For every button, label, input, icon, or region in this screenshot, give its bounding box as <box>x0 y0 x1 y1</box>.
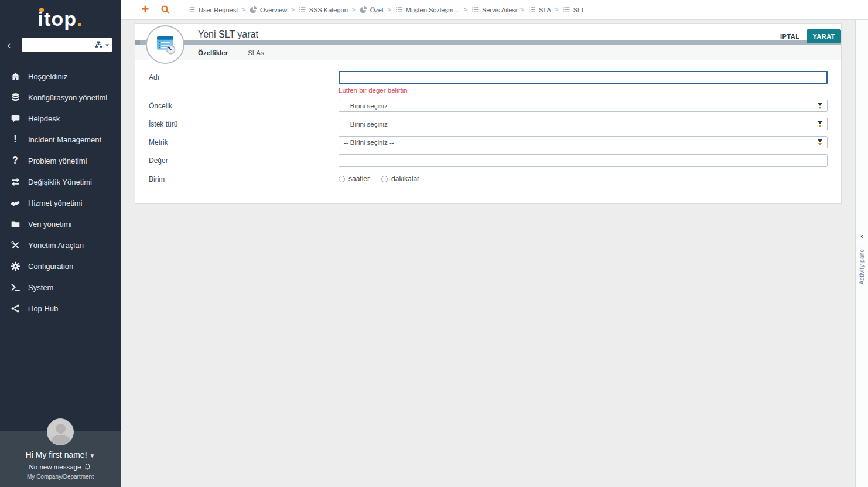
breadcrumb-item[interactable]: SSS Kategori <box>299 6 348 13</box>
breadcrumb-item[interactable]: User Request <box>188 6 238 13</box>
breadcrumb-item[interactable]: SLT <box>563 6 585 13</box>
search-scope-control[interactable] <box>94 40 110 49</box>
sidebar-item-hosgeldiniz[interactable]: Hoşgeldiniz <box>0 66 121 87</box>
page-title: Yeni SLT yarat <box>198 29 258 40</box>
sidebar-item-configuration[interactable]: Configuration <box>0 256 121 277</box>
field-label: Değer <box>135 154 339 165</box>
form-header: Yeni SLT yarat İPTAL YARAT <box>135 24 841 60</box>
sidebar-item-yonetim-araclari[interactable]: Yönetim Araçları <box>0 234 121 256</box>
bell-icon <box>84 463 91 471</box>
breadcrumb-item[interactable]: SLA <box>528 6 551 13</box>
form-row-oncelik: Öncelik -- Birini seçiniz -- <box>135 100 841 112</box>
user-greeting[interactable]: Hi My first name!▼ <box>6 450 115 459</box>
home-icon <box>8 71 22 81</box>
main-area: + User Request > Overview > SSS Kategori… <box>121 0 868 487</box>
deger-input[interactable] <box>339 154 828 167</box>
sidebar-item-helpdesk[interactable]: Helpdesk <box>0 108 121 129</box>
app-window: itop. ‹ <box>0 0 868 487</box>
tab-bar: Özellikler SLAs <box>135 45 841 60</box>
pie-chart-icon <box>250 6 257 13</box>
slt-class-icon <box>146 25 184 64</box>
select-caret-icon <box>818 103 822 109</box>
sidebar-collapse-icon[interactable]: ‹ <box>7 39 19 51</box>
istek-turu-select[interactable]: -- Birini seçiniz -- <box>339 118 828 130</box>
breadcrumb-item[interactable]: Servis Ailesi <box>471 6 517 13</box>
activity-panel-label: Activity panel <box>859 247 865 284</box>
question-icon: ? <box>8 155 22 166</box>
sidebar: itop. ‹ <box>0 0 121 487</box>
global-search-button[interactable] <box>160 5 170 15</box>
sidebar-item-konfigurasyon[interactable]: Konfigürasyon yönetimi <box>0 87 121 108</box>
list-icon <box>395 6 403 13</box>
swap-arrows-icon <box>8 177 22 187</box>
select-caret-icon <box>818 121 822 127</box>
radio-saatler[interactable] <box>339 176 345 182</box>
new-object-button[interactable]: + <box>138 2 152 16</box>
list-icon <box>471 6 479 13</box>
oncelik-select[interactable]: -- Birini seçiniz -- <box>339 100 828 112</box>
list-icon <box>528 6 536 13</box>
breadcrumb-item[interactable]: Overview <box>250 6 287 13</box>
adi-input[interactable] <box>339 71 828 84</box>
form-row-adi: Adı Lütfen bir değer belirtin <box>135 71 841 94</box>
field-label: Öncelik <box>135 100 339 110</box>
radio-label-saatler[interactable]: saatler <box>348 175 370 183</box>
comment-icon <box>8 114 22 124</box>
exclamation-icon: ! <box>8 134 22 145</box>
tab-slas[interactable]: SLAs <box>248 49 264 56</box>
message-status[interactable]: No new message <box>6 463 115 471</box>
metrik-select[interactable]: -- Birini seçiniz -- <box>339 136 828 148</box>
slt-form: Adı Lütfen bir değer belirtin Öncelik <box>135 60 841 203</box>
sidebar-item-veri[interactable]: Veri yönetimi <box>0 213 121 234</box>
sitemap-icon <box>94 40 103 49</box>
breadcrumb-separator: > <box>242 6 245 13</box>
field-label: Adı <box>135 71 339 81</box>
top-toolbar: + User Request > Overview > SSS Kategori… <box>121 0 868 20</box>
sidebar-item-degisiklik[interactable]: Değişiklik Yönetimi <box>0 171 121 192</box>
select-caret-icon <box>818 139 822 145</box>
list-icon <box>299 6 306 13</box>
breadcrumb-separator: > <box>291 6 295 13</box>
sidebar-item-problem[interactable]: ? Problem yönetimi <box>0 150 121 171</box>
list-icon <box>563 6 570 13</box>
text-cursor <box>343 74 343 81</box>
radio-dakikalar[interactable] <box>381 176 388 182</box>
validation-error: Lütfen bir değer belirtin <box>339 87 828 94</box>
share-icon <box>8 304 22 314</box>
radio-label-dakikalar[interactable]: dakikalar <box>391 175 419 183</box>
form-row-deger: Değer <box>135 154 841 167</box>
form-row-istek-turu: İstek türü -- Birini seçiniz -- <box>135 118 841 130</box>
sidebar-item-itop-hub[interactable]: iTop Hub <box>0 298 121 319</box>
sidebar-user-area: Hi My first name!▼ No new message My Com… <box>0 431 121 487</box>
handshake-icon <box>8 198 22 208</box>
form-row-birim: Birim saatler dakikalar <box>135 173 841 183</box>
field-label: İstek türü <box>135 118 339 128</box>
breadcrumb-separator: > <box>388 6 391 13</box>
tools-icon <box>8 240 22 250</box>
cancel-button[interactable]: İPTAL <box>780 33 799 40</box>
logo-orange-dot-icon <box>39 8 44 12</box>
sidebar-search-row: ‹ <box>0 36 121 57</box>
activity-panel-collapsed: ‹ Activity panel <box>855 20 868 487</box>
gear-icon <box>8 261 22 271</box>
folder-icon <box>8 219 22 229</box>
sidebar-item-system[interactable]: System <box>0 277 121 298</box>
create-button[interactable]: YARAT <box>807 29 841 43</box>
database-icon <box>8 93 22 103</box>
logo[interactable]: itop. <box>0 0 121 36</box>
chevron-down-icon <box>105 43 110 47</box>
breadcrumb-item[interactable]: Özet <box>360 6 384 13</box>
header-ribbon <box>135 40 841 45</box>
sidebar-item-incident[interactable]: ! Incident Management <box>0 129 121 150</box>
avatar[interactable] <box>47 418 74 445</box>
sidebar-nav: Hoşgeldiniz Konfigürasyon yönetimi Helpd… <box>0 66 121 431</box>
pie-chart-icon <box>360 6 367 13</box>
content-area: Yeni SLT yarat İPTAL YARAT <box>121 20 855 487</box>
breadcrumb-separator: > <box>352 6 356 13</box>
tab-ozellikler[interactable]: Özellikler <box>198 49 228 56</box>
breadcrumb-item[interactable]: Müşteri Sözleşm… <box>395 6 460 13</box>
activity-panel-expand-icon[interactable]: ‹ <box>860 232 863 240</box>
chevron-down-icon: ▼ <box>90 452 95 459</box>
sidebar-item-hizmet[interactable]: Hizmet yönetimi <box>0 192 121 213</box>
breadcrumb-separator: > <box>521 6 524 13</box>
